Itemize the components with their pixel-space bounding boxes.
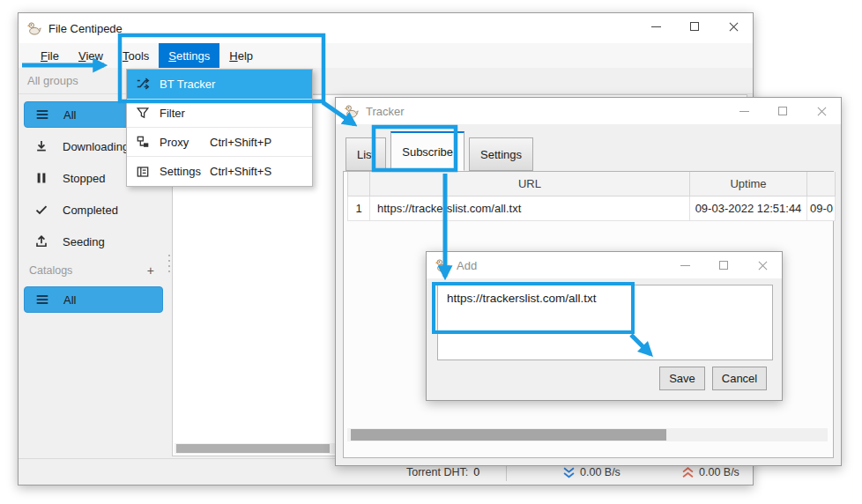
- check-icon: [34, 203, 48, 217]
- menu-item-proxy[interactable]: Proxy Ctrl+Shift+P: [127, 128, 312, 157]
- maximize-icon: [690, 22, 699, 31]
- app-logo-icon: [344, 104, 359, 119]
- cell-uptime[interactable]: 09-03-2022 12:51:44: [690, 196, 807, 220]
- sidebar-item-completed[interactable]: Completed: [24, 196, 163, 223]
- add-dialog-title: Add: [457, 259, 477, 272]
- close-icon: [729, 22, 739, 32]
- sidebar-item-seeding[interactable]: Seeding: [24, 228, 163, 255]
- sidebar-catalog-all[interactable]: All: [24, 286, 163, 313]
- minimize-icon: [680, 265, 690, 266]
- menu-file[interactable]: File: [31, 43, 69, 68]
- menu-bar: File View Tools Settings Help: [19, 43, 753, 68]
- double-chevron-up-icon: [682, 467, 694, 478]
- close-button[interactable]: [802, 98, 841, 124]
- sidebar-splitter[interactable]: [167, 253, 171, 276]
- menu-item-settings[interactable]: Settings Ctrl+Shift+S: [127, 157, 312, 186]
- tracker-titlebar: Tracker: [336, 98, 841, 124]
- main-titlebar: File Centipede: [19, 13, 753, 43]
- double-chevron-down-icon: [563, 467, 575, 478]
- pause-icon: [34, 171, 48, 185]
- maximize-icon: [719, 261, 728, 270]
- download-icon: [34, 139, 48, 153]
- tracker-horizontal-scrollbar[interactable]: [347, 428, 828, 441]
- settings-shortcut: Ctrl+Shift+S: [210, 165, 271, 178]
- maximize-button[interactable]: [763, 98, 802, 124]
- close-icon: [758, 261, 768, 271]
- scrollbar-thumb[interactable]: [351, 429, 666, 441]
- dht-value: 0: [473, 466, 479, 478]
- close-icon: [817, 107, 827, 116]
- menu-settings[interactable]: Settings: [159, 43, 219, 68]
- menu-item-filter[interactable]: Filter: [127, 99, 312, 128]
- header-row-number[interactable]: [348, 172, 370, 196]
- app-logo-icon: [435, 258, 450, 273]
- table-header-row: URL Uptime: [348, 172, 836, 196]
- table-row[interactable]: 1 https://trackerslist.com/all.txt 09-03…: [348, 196, 836, 220]
- minimize-icon: [651, 26, 661, 27]
- close-button[interactable]: [714, 13, 753, 40]
- app-logo-icon: [26, 21, 41, 36]
- proxy-icon: [136, 135, 150, 149]
- minimize-button[interactable]: [636, 13, 675, 40]
- filter-icon: [136, 106, 150, 120]
- add-catalog-button[interactable]: +: [147, 263, 154, 278]
- cell-row-number[interactable]: 1: [348, 196, 370, 220]
- hamburger-menu-icon: [35, 293, 49, 307]
- menu-help[interactable]: Help: [219, 43, 263, 68]
- download-speed-value: 0.00 B/s: [580, 466, 620, 478]
- menu-view[interactable]: View: [69, 43, 113, 68]
- save-button[interactable]: Save: [659, 367, 705, 390]
- header-extra[interactable]: [807, 172, 836, 196]
- tracker-url-input[interactable]: https://trackerslist.com/all.txt: [437, 285, 773, 360]
- maximize-button[interactable]: [704, 252, 743, 278]
- minimize-icon: [739, 111, 749, 112]
- cell-url[interactable]: https://trackerslist.com/all.txt: [370, 196, 690, 220]
- minimize-button[interactable]: [665, 252, 704, 278]
- header-url[interactable]: URL: [370, 172, 690, 196]
- maximize-button[interactable]: [675, 13, 714, 40]
- cancel-button[interactable]: Cancel: [712, 367, 767, 390]
- close-button[interactable]: [743, 252, 782, 278]
- add-dialog: Add https://trackerslist.com/all.txt Sav…: [426, 251, 783, 401]
- menu-item-bt-tracker[interactable]: BT Tracker: [127, 70, 312, 99]
- main-window-title: File Centipede: [48, 22, 123, 35]
- upload-speed-value: 0.00 B/s: [699, 466, 739, 478]
- tab-subscribe[interactable]: Subscribe: [390, 131, 464, 171]
- tracker-window-title: Tracker: [366, 105, 405, 118]
- group-selector-label: All groups: [27, 74, 78, 87]
- catalogs-label: Catalogs: [29, 264, 72, 277]
- dht-label: Torrent DHT:: [406, 466, 468, 478]
- tab-list[interactable]: List: [346, 137, 386, 171]
- scrollbar-thumb[interactable]: [176, 444, 330, 453]
- status-separator: [506, 463, 507, 481]
- hamburger-menu-icon: [35, 107, 49, 122]
- upload-icon: [34, 234, 48, 248]
- header-uptime[interactable]: Uptime: [690, 172, 807, 196]
- tab-settings[interactable]: Settings: [469, 137, 533, 171]
- subscription-table: URL Uptime 1 https://trackerslist.com/al…: [347, 172, 836, 221]
- minimize-button[interactable]: [725, 98, 763, 124]
- settings-dropdown-menu: BT Tracker Filter Proxy Ctrl+Shift+P Set…: [126, 69, 313, 187]
- tracker-tabs: List Subscribe Settings: [346, 131, 538, 171]
- proxy-shortcut: Ctrl+Shift+P: [210, 136, 271, 149]
- add-titlebar: Add: [427, 252, 782, 278]
- maximize-icon: [778, 107, 787, 115]
- shuffle-icon: [136, 77, 150, 91]
- settings-icon: [136, 165, 150, 179]
- catalogs-header: Catalogs +: [24, 260, 163, 281]
- menu-tools[interactable]: Tools: [113, 43, 159, 68]
- cell-extra[interactable]: 09-0: [807, 196, 836, 220]
